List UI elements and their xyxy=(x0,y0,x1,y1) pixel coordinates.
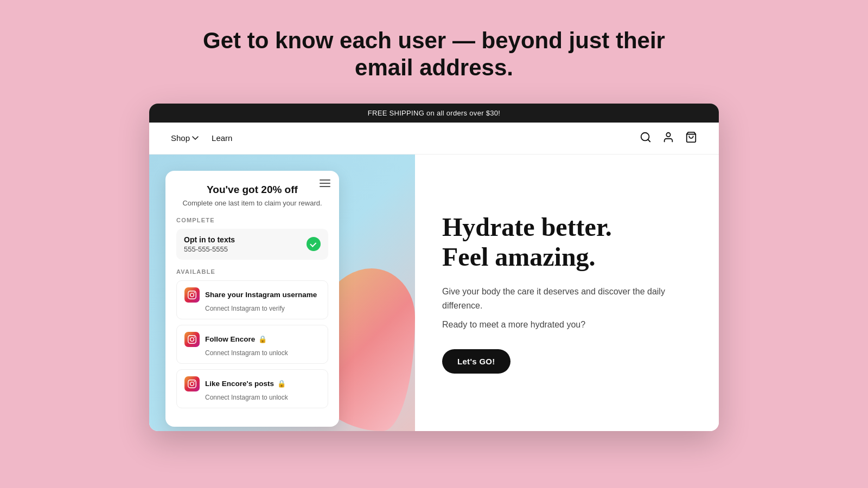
nav-learn-label: Learn xyxy=(212,133,232,143)
available-item-instagram-username[interactable]: Share your Instagram username Connect In… xyxy=(176,280,328,319)
widget-title: You've got 20% off xyxy=(176,184,328,196)
left-panel: You've got 20% off Complete one last ite… xyxy=(149,155,415,431)
complete-section-label: COMPLETE xyxy=(176,217,328,223)
available-item-header-2: Follow Encore 🔒 xyxy=(184,332,320,347)
main-content: You've got 20% off Complete one last ite… xyxy=(149,155,719,431)
hero-title-line1: Hydrate better. xyxy=(442,213,612,241)
instagram-icon-3 xyxy=(184,376,200,391)
available-section: AVAILABLE Share your Instagram username … xyxy=(176,268,328,408)
widget-card: You've got 20% off Complete one last ite… xyxy=(165,171,339,427)
nav-learn[interactable]: Learn xyxy=(212,133,232,143)
cart-icon[interactable] xyxy=(685,131,697,145)
svg-point-2 xyxy=(666,133,670,137)
page-headline: Get to know each user — beyond just thei… xyxy=(190,27,678,82)
nav-left: Shop Learn xyxy=(171,133,232,143)
hero-cta-text: Ready to meet a more hydrated you? xyxy=(442,318,692,332)
hero-title-line2: Feel amazing. xyxy=(442,242,596,271)
svg-line-1 xyxy=(648,139,650,142)
cta-button[interactable]: Let's GO! xyxy=(442,349,510,374)
available-item-3-desc: Connect Instagram to unlock xyxy=(184,394,320,401)
available-item-1-desc: Connect Instagram to verify xyxy=(184,305,320,312)
available-item-like-posts[interactable]: Like Encore's posts 🔒 Connect Instagram … xyxy=(176,369,328,408)
lock-icon-2: 🔒 xyxy=(277,380,286,388)
widget-subtitle: Complete one last item to claim your rew… xyxy=(176,199,328,207)
available-item-1-title: Share your Instagram username xyxy=(205,291,317,299)
instagram-icon-1 xyxy=(184,287,200,303)
available-item-2-desc: Connect Instagram to unlock xyxy=(184,349,320,357)
available-item-header: Share your Instagram username xyxy=(184,287,320,303)
lock-icon-1: 🔒 xyxy=(258,335,267,343)
complete-item: Opt in to texts 555-555-5555 xyxy=(176,229,328,260)
chevron-down-icon xyxy=(192,136,199,140)
nav-shop-label: Shop xyxy=(171,133,190,143)
complete-item-text: Opt in to texts 555-555-5555 xyxy=(184,235,235,253)
hero-description: Give your body the care it deserves and … xyxy=(442,285,692,312)
hero-title: Hydrate better. Feel amazing. xyxy=(442,212,692,272)
search-icon[interactable] xyxy=(640,131,652,145)
instagram-icon-2 xyxy=(184,332,200,347)
right-panel: Hydrate better. Feel amazing. Give your … xyxy=(415,155,719,431)
nav-right xyxy=(640,131,697,145)
hamburger-menu-icon[interactable] xyxy=(320,179,330,187)
announcement-text: FREE SHIPPING on all orders over $30! xyxy=(368,109,500,117)
browser-window: FREE SHIPPING on all orders over $30! Sh… xyxy=(149,104,719,431)
user-icon[interactable] xyxy=(662,131,674,145)
complete-item-value: 555-555-5555 xyxy=(184,245,235,253)
nav-shop[interactable]: Shop xyxy=(171,133,199,143)
checkmark-icon xyxy=(307,237,321,251)
nav-bar: Shop Learn xyxy=(149,123,719,155)
announcement-bar: FREE SHIPPING on all orders over $30! xyxy=(149,104,719,123)
available-item-header-3: Like Encore's posts 🔒 xyxy=(184,376,320,391)
available-item-2-title: Follow Encore 🔒 xyxy=(205,335,267,343)
available-item-follow-encore[interactable]: Follow Encore 🔒 Connect Instagram to unl… xyxy=(176,325,328,364)
complete-item-title: Opt in to texts xyxy=(184,235,235,244)
available-section-label: AVAILABLE xyxy=(176,268,328,275)
available-item-3-title: Like Encore's posts 🔒 xyxy=(205,380,286,388)
